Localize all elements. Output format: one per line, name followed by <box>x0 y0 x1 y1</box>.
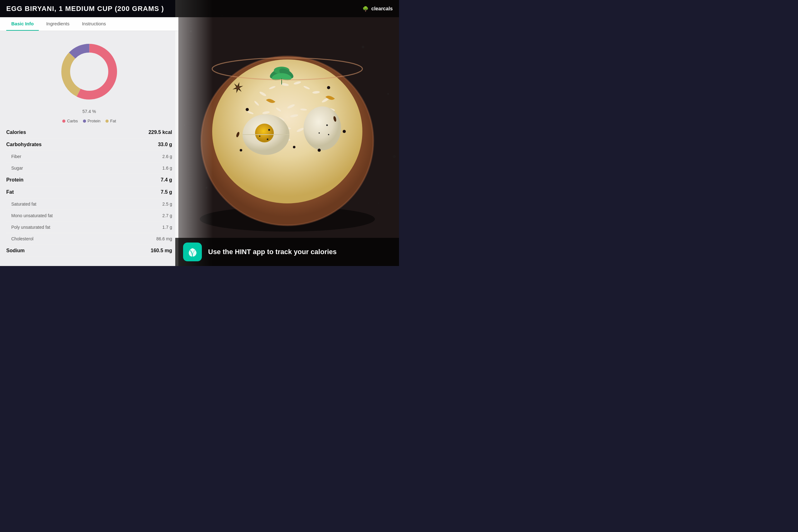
nutrition-row-fiber: Fiber2.6 g <box>6 151 172 163</box>
fat-label: Fat <box>110 119 116 123</box>
svg-point-9 <box>378 203 379 204</box>
chart-legend: Carbs Protein Fat <box>6 119 172 123</box>
svg-point-8 <box>206 187 208 189</box>
svg-point-52 <box>255 124 274 142</box>
nutrition-label-protein: Protein <box>6 177 23 183</box>
nutrition-label-sugar: Sugar <box>6 166 23 171</box>
svg-point-6 <box>184 125 185 126</box>
protein-dot <box>83 119 86 123</box>
nutrition-label-carbohydrates: Carbohydrates <box>6 142 42 147</box>
carbs-label: Carbs <box>67 119 78 123</box>
panel-content: 13.0 % 57.4 % 29.6 % <box>0 31 178 266</box>
svg-point-2 <box>190 30 192 32</box>
svg-point-57 <box>304 107 341 150</box>
carbs-dot <box>62 119 65 123</box>
nutrition-row-sodium: Sodium160.5 mg <box>6 245 172 257</box>
nutrition-row-fat: Fat7.5 g <box>6 186 172 198</box>
nutrition-label-cholesterol: Cholesterol <box>6 236 34 241</box>
svg-point-54 <box>259 135 260 137</box>
nutrition-row-protein: Protein7.4 g <box>6 174 172 186</box>
svg-point-53 <box>268 129 270 131</box>
svg-point-63 <box>293 146 296 148</box>
nutrition-label-mono-unsaturated-fat: Mono unsaturated fat <box>6 213 53 218</box>
hint-app-icon <box>183 243 202 261</box>
food-illustration <box>175 0 399 266</box>
svg-point-5 <box>387 93 389 95</box>
right-panel <box>175 0 399 266</box>
svg-point-4 <box>362 46 364 48</box>
carbs-pct-label: 57.4 % <box>82 109 96 114</box>
bottom-cta: Use the HINT app to track your calories <box>175 238 399 266</box>
svg-point-58 <box>326 125 328 126</box>
nutrition-value-fat: 7.5 g <box>161 189 172 195</box>
nutrition-value-protein: 7.4 g <box>161 177 172 183</box>
donut-chart: 57.4 % <box>58 40 120 103</box>
nutrition-value-sodium: 160.5 mg <box>151 248 172 253</box>
nutrition-row-carbohydrates: Carbohydrates33.0 g <box>6 139 172 151</box>
nutrition-row-mono-unsaturated-fat: Mono unsaturated fat2.7 g <box>6 210 172 222</box>
header-strip: EGG BIRYANI, 1 MEDIUM CUP (200 GRAMS ) 🌳… <box>0 0 399 17</box>
nutrition-value-carbohydrates: 33.0 g <box>158 142 172 147</box>
left-panel: Basic Info Ingredients Instructions 13.0… <box>0 17 178 266</box>
nutrition-row-saturated-fat: Saturated fat2.5 g <box>6 198 172 210</box>
svg-point-64 <box>343 130 346 133</box>
nutrition-value-fiber: 2.6 g <box>163 154 172 159</box>
svg-point-62 <box>327 86 330 89</box>
nutrition-value-poly-unsaturated-fat: 1.7 g <box>163 225 172 230</box>
tab-ingredients[interactable]: Ingredients <box>41 17 75 31</box>
nutrition-label-fiber: Fiber <box>6 154 21 159</box>
svg-point-55 <box>267 139 268 140</box>
legend-fat: Fat <box>106 119 116 123</box>
svg-point-66 <box>318 149 321 152</box>
tab-instructions[interactable]: Instructions <box>77 17 111 31</box>
nutrition-value-cholesterol: 86.6 mg <box>156 236 172 241</box>
legend-protein: Protein <box>83 119 100 123</box>
cta-text: Use the HINT app to track your calories <box>208 248 337 256</box>
nutrition-label-poly-unsaturated-fat: Poly unsaturated fat <box>6 225 50 230</box>
nutrition-value-sugar: 1.6 g <box>163 166 172 171</box>
tab-basic-info[interactable]: Basic Info <box>6 17 39 31</box>
nutrition-row-poly-unsaturated-fat: Poly unsaturated fat1.7 g <box>6 222 172 233</box>
clearcals-logo: 🌳 clearcals <box>362 6 393 12</box>
nutrition-value-calories: 229.5 kcal <box>148 130 172 135</box>
nutrition-row-cholesterol: Cholesterol86.6 mg <box>6 233 172 245</box>
svg-point-61 <box>246 108 249 111</box>
nutrition-label-saturated-fat: Saturated fat <box>6 202 36 207</box>
protein-label: Protein <box>88 119 100 123</box>
tree-icon: 🌳 <box>362 6 369 12</box>
nutrition-value-saturated-fat: 2.5 g <box>163 202 172 207</box>
svg-point-60 <box>328 134 329 135</box>
leaf-icon <box>187 247 198 258</box>
nutrition-label-sodium: Sodium <box>6 248 25 253</box>
svg-point-59 <box>319 132 320 134</box>
nutrition-value-mono-unsaturated-fat: 2.7 g <box>163 213 172 218</box>
svg-point-65 <box>240 149 242 151</box>
nutrition-label-calories: Calories <box>6 130 26 135</box>
nutrition-label-fat: Fat <box>6 189 14 195</box>
chart-container: 13.0 % 57.4 % 29.6 % <box>6 34 172 106</box>
svg-point-7 <box>393 155 396 158</box>
tabs-container: Basic Info Ingredients Instructions <box>0 17 178 31</box>
fat-dot <box>106 119 109 123</box>
nutrition-section: Calories229.5 kcalCarbohydrates33.0 gFib… <box>6 127 172 257</box>
legend-carbs: Carbs <box>62 119 78 123</box>
nutrition-row-sugar: Sugar1.6 g <box>6 163 172 174</box>
nutrition-row-calories: Calories229.5 kcal <box>6 127 172 139</box>
page-title: EGG BIRYANI, 1 MEDIUM CUP (200 GRAMS ) <box>6 5 164 13</box>
food-background <box>175 0 399 266</box>
logo-text: clearcals <box>371 6 393 12</box>
